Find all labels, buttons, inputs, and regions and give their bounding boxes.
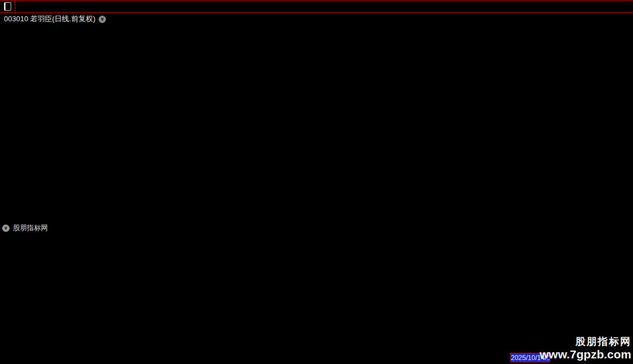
watermark-site-url: www.7gpzb.com xyxy=(539,348,631,360)
period-toolbar xyxy=(0,0,633,13)
title-dropdown-icon[interactable]: ∨ xyxy=(99,16,106,23)
period-tabs xyxy=(15,1,633,12)
indicator-header: ∨ 股朋指标网 xyxy=(0,223,633,233)
chart-title: 003010 若羽臣(日线.前复权) xyxy=(4,14,95,24)
watermark-site-name: 股朋指标网 xyxy=(575,337,631,347)
symbol-title-row: 003010 若羽臣(日线.前复权) ∨ xyxy=(4,14,106,24)
indicator-collapse-icon[interactable]: ∨ xyxy=(2,225,10,232)
price-chart-canvas[interactable] xyxy=(0,0,633,364)
trading-app-window: 003010 若羽臣(日线.前复权) ∨ ∨ 股朋指标网 2025/10/14/… xyxy=(0,0,633,364)
panel-toggle-button[interactable] xyxy=(0,1,15,12)
indicator-source-label: 股朋指标网 xyxy=(13,223,48,233)
panel-icon xyxy=(4,2,11,11)
